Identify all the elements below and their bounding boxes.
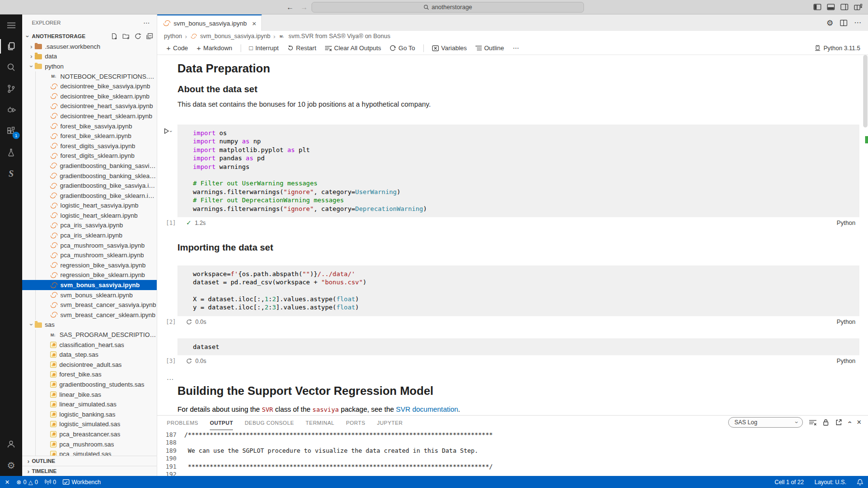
outline-button[interactable]: Outline (472, 43, 507, 53)
tree-item[interactable]: gradientboosting_students.sas (22, 379, 157, 390)
ports-status[interactable]: 0 (45, 479, 56, 486)
clear-output-icon[interactable] (809, 419, 816, 426)
tree-item[interactable]: svm_breast_cancer_sasviya.ipynb (22, 300, 157, 310)
new-file-icon[interactable] (111, 33, 118, 40)
tree-item[interactable]: data_step.sas (22, 349, 157, 360)
tree-item[interactable]: decisiontree_adult.sas (22, 360, 157, 370)
run-cell-button[interactable]: › (164, 128, 172, 134)
cell-editor[interactable]: workspace=f'{os.path.abspath("")}/../dat… (177, 265, 859, 316)
notebook-scrollbar[interactable] (862, 55, 868, 415)
tree-item[interactable]: pca_iris_sklearn.ipynb (22, 230, 157, 240)
tree-item[interactable]: forest_digits_sklearn.ipynb (22, 151, 157, 161)
tree-item[interactable]: forest_digits_sasviya.ipynb (22, 141, 157, 151)
tree-item[interactable]: logistic_heart_sasviya.ipynb (22, 201, 157, 211)
tree-item[interactable]: › sas (22, 320, 157, 330)
refresh-icon[interactable] (135, 33, 141, 40)
toggle-sidebar-icon[interactable] (814, 4, 821, 10)
lock-scroll-icon[interactable] (823, 419, 829, 426)
notebook-settings-gear-icon[interactable]: ⚙ (827, 18, 833, 28)
toolbar-more-button[interactable]: ⋯ (509, 43, 522, 53)
tree-item[interactable]: regression_bike_sklearn.ipynb (22, 270, 157, 280)
tab-svm-bonus-sasviya[interactable]: svm_bonus_sasviya.ipynb × (157, 14, 262, 31)
tree-item[interactable]: pca_mushroom_sasviya.ipynb (22, 240, 157, 251)
back-icon[interactable]: ← (286, 3, 294, 11)
tree-item[interactable]: › data (22, 52, 157, 62)
output-channel-select[interactable]: SAS Log › (728, 417, 803, 428)
tree-item[interactable]: gradientboosting_banking_sasviya.i... (22, 161, 157, 171)
testing-icon[interactable] (0, 142, 22, 163)
run-options-chevron-icon[interactable]: › (168, 130, 174, 132)
cell-language[interactable]: Python (837, 358, 855, 364)
cell-editor[interactable]: dataset (177, 338, 859, 355)
workbench-status[interactable]: Workbench (63, 479, 100, 486)
close-tab-icon[interactable]: × (252, 19, 257, 28)
command-center-search[interactable]: anotherstorage (312, 2, 584, 13)
cell-language[interactable]: Python (837, 220, 855, 226)
panel-tab[interactable]: OUTPUT (210, 416, 233, 430)
scrollbar-thumb[interactable] (863, 55, 868, 127)
run-debug-icon[interactable] (0, 99, 22, 121)
tree-item[interactable]: linear_bike.sas (22, 390, 157, 400)
breadcrumb-folder[interactable]: python (164, 33, 182, 40)
breadcrumb-file[interactable]: svm_bonus_sasviya.ipynb (200, 33, 271, 40)
tree-item[interactable]: svm_bonus_sasviya.ipynb (22, 280, 157, 290)
panel-tab[interactable]: DEBUG CONSOLE (244, 416, 294, 430)
customize-layout-icon[interactable] (854, 4, 862, 10)
tree-item[interactable]: NOTEBOOK_DESCRIPTIONS.md (22, 71, 157, 82)
add-markdown-cell-button[interactable]: +Markdown (193, 43, 236, 54)
panel-tab[interactable]: JUPYTER (377, 416, 403, 430)
toggle-secondary-sidebar-icon[interactable] (841, 4, 848, 10)
extensions-icon[interactable]: 1 (0, 121, 22, 142)
workspace-section-header[interactable]: › ANOTHERSTORAGE (22, 31, 157, 42)
sas-extension-icon[interactable]: S (0, 163, 22, 184)
search-icon[interactable] (0, 57, 22, 78)
tree-item[interactable]: pca_mushroom.sas (22, 439, 157, 449)
tree-item[interactable]: decisiontree_heart_sklearn.ipynb (22, 111, 157, 121)
clear-all-outputs-button[interactable]: Clear All Outputs (322, 43, 385, 53)
tree-item[interactable]: gradientboosting_banking_sklearn.ip... (22, 171, 157, 181)
panel-tab[interactable]: PORTS (346, 416, 365, 430)
tree-item[interactable]: › .sasuser.workbench (22, 42, 157, 52)
source-control-icon[interactable] (0, 78, 22, 99)
layout-status[interactable]: Layout: U.S. (814, 479, 846, 486)
tree-item[interactable]: svm_breast_cancer_sklearn.ipynb (22, 310, 157, 320)
notifications-bell[interactable] (857, 479, 863, 486)
cell-language[interactable]: Python (837, 319, 855, 325)
tree-item[interactable]: svm_bonus_sklearn.ipynb (22, 290, 157, 300)
split-editor-icon[interactable] (840, 20, 847, 26)
open-output-in-editor-icon[interactable] (835, 419, 842, 426)
outline-section[interactable]: › OUTLINE (22, 456, 157, 466)
cell-position-status[interactable]: Cell 1 of 22 (774, 479, 804, 486)
tree-item[interactable]: forest_bike_sklearn.ipynb (22, 131, 157, 141)
tree-item[interactable]: classification_heart.sas (22, 340, 157, 350)
breadcrumb-heading[interactable]: svm.SVR from SAS® Viya® on Bonus (288, 33, 390, 40)
settings-gear-icon[interactable]: ⚙ (0, 455, 22, 476)
cell-editor[interactable]: import osimport numpy as npimport matplo… (177, 125, 859, 217)
variables-button[interactable]: Variables (429, 43, 470, 53)
tree-item[interactable]: gradientboosting_bike_sklearn.ipynb (22, 191, 157, 201)
panel-tab[interactable]: PROBLEMS (167, 416, 198, 430)
tree-item[interactable]: linear_simulated.sas (22, 399, 157, 409)
tree-item[interactable]: pca_simulated.sas (22, 449, 157, 456)
tree-item[interactable]: regression_bike_sasviya.ipynb (22, 260, 157, 270)
add-code-cell-button[interactable]: +Code (163, 43, 191, 54)
kernel-picker[interactable]: Python 3.11.5 (814, 45, 860, 52)
close-panel-icon[interactable]: × (857, 418, 861, 427)
account-icon[interactable] (0, 433, 22, 455)
timeline-section[interactable]: › TIMELINE (22, 466, 157, 476)
tree-item[interactable]: decisiontree_heart_sasviya.ipynb (22, 101, 157, 112)
output-log[interactable]: 187 /***********************************… (157, 430, 868, 476)
maximize-panel-chevron-icon[interactable]: › (845, 421, 853, 424)
tree-item[interactable]: logistic_simulated.sas (22, 419, 157, 430)
tree-item[interactable]: decisiontree_bike_sasviya.ipynb (22, 81, 157, 91)
tree-item[interactable]: pca_breastcancer.sas (22, 429, 157, 439)
panel-tab[interactable]: TERMINAL (306, 416, 335, 430)
collapsed-cell-indicator[interactable]: ... (167, 374, 859, 381)
interrupt-button[interactable]: □Interrupt (246, 43, 282, 53)
editor-more-icon[interactable]: ⋯ (854, 18, 861, 27)
tree-item[interactable]: SAS_PROGRAM_DESCRIPTIONS.md (22, 330, 157, 340)
tree-item[interactable]: logistic_heart_sklearn.ipynb (22, 210, 157, 221)
problems-status[interactable]: ⊗ 0 △ 0 (16, 479, 38, 486)
remote-indicator[interactable]: ✕ (5, 479, 10, 486)
tree-item[interactable]: gradientboosting_bike_sasviya.ipynb (22, 181, 157, 191)
